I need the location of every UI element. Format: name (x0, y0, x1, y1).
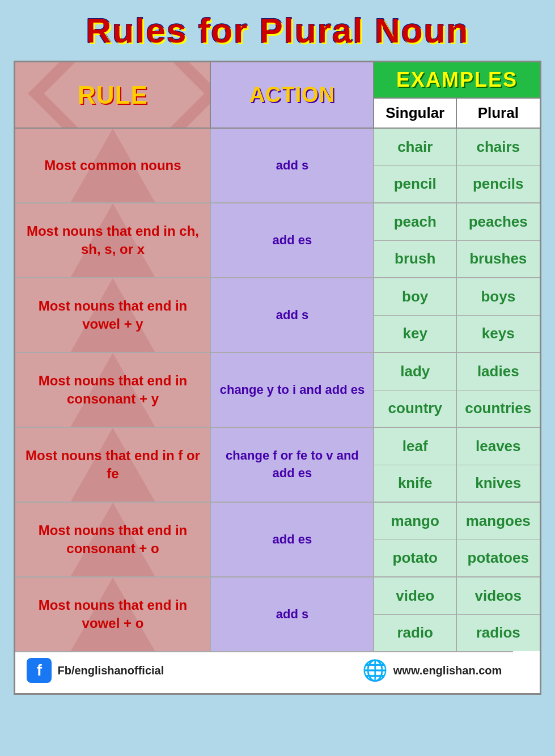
plural-cell: chairspencils (457, 129, 540, 202)
singular-cell: leafknife (374, 428, 457, 502)
table-row: Most nouns that end in f or fechange f o… (15, 428, 539, 503)
globe-icon: 🌐 (363, 658, 388, 683)
header-examples-label: EXAMPLES (396, 68, 518, 92)
plural-example: potatoes (457, 540, 540, 577)
header-examples-cell: EXAMPLES (374, 62, 539, 99)
plural-example: chairs (457, 129, 540, 166)
action-cell: add s (211, 577, 374, 651)
singular-cell: peachbrush (374, 203, 457, 277)
plural-example: knives (457, 465, 540, 502)
action-cell: add es (211, 503, 374, 576)
singular-example: key (374, 316, 456, 352)
plural-cell: boyskeys (457, 278, 540, 352)
plural-example: peaches (457, 203, 540, 241)
rule-cell: Most nouns that end in f or fe (15, 428, 211, 502)
rule-cell: Most nouns that end in consonant + y (15, 353, 211, 427)
facebook-icon: f (27, 658, 52, 683)
table-row: Most nouns that end in ch, sh, s, or xad… (15, 203, 539, 278)
rule-text: Most nouns that end in ch, sh, s, or x (20, 222, 205, 259)
rule-text: Most nouns that end in consonant + o (20, 521, 205, 558)
singular-example: country (374, 390, 456, 427)
plural-cell: videosradios (457, 577, 540, 651)
action-text: change y to i and add es (220, 381, 365, 399)
plural-example: countries (457, 390, 540, 427)
singular-cell: ladycountry (374, 353, 457, 427)
action-text: add s (276, 157, 308, 175)
rule-cell: Most nouns that end in vowel + o (15, 577, 211, 651)
plural-example: radios (457, 615, 540, 652)
singular-example: chair (374, 129, 456, 166)
singular-example: video (374, 577, 456, 615)
table-row: Most nouns that end in vowel + yadd sboy… (15, 278, 539, 353)
singular-cell: chairpencil (374, 129, 457, 202)
header-action-cell: ACTION (211, 62, 374, 128)
plural-cell: mangoespotatoes (457, 503, 540, 576)
table-row: Most common nounsadd schairpencilchairsp… (15, 129, 539, 203)
plural-cell: leavesknives (457, 428, 540, 502)
plural-example: mangoes (457, 503, 540, 540)
singular-example: knife (374, 465, 456, 502)
table-row: Most nouns that end in consonant + oadd … (15, 503, 539, 577)
plural-example: ladies (457, 353, 540, 390)
rule-cell: Most nouns that end in consonant + o (15, 503, 211, 576)
singular-example: boy (374, 278, 456, 316)
page-title: Rules for Plural Noun (86, 11, 469, 50)
singular-example: pencil (374, 166, 456, 203)
header-plural-cell: Plural (457, 99, 540, 128)
action-cell: change y to i and add es (211, 353, 374, 427)
footer-right: 🌐 www.englishan.com (363, 658, 502, 683)
singular-example: potato (374, 540, 456, 577)
plural-example: videos (457, 577, 540, 615)
plural-example: pencils (457, 166, 540, 203)
rule-text: Most common nouns (44, 156, 181, 175)
title-bar: Rules for Plural Noun (0, 0, 555, 56)
action-text: add es (273, 531, 312, 549)
rule-text: Most nouns that end in consonant + y (20, 372, 205, 409)
action-text: change f or fe to v and add es (215, 447, 368, 482)
rule-cell: Most nouns that end in vowel + y (15, 278, 211, 352)
action-text: add es (273, 232, 312, 249)
action-cell: change f or fe to v and add es (211, 428, 374, 502)
header-singular-cell: Singular (374, 99, 457, 128)
header-plural-label: Plural (478, 104, 519, 122)
rule-cell: Most nouns that end in ch, sh, s, or x (15, 203, 211, 277)
rule-text: Most nouns that end in f or fe (20, 447, 205, 483)
plural-cell: ladiescountries (457, 353, 540, 427)
singular-example: mango (374, 503, 456, 540)
rule-cell: Most common nouns (15, 129, 211, 202)
plural-example: leaves (457, 428, 540, 465)
singular-example: leaf (374, 428, 456, 465)
plural-example: brushes (457, 241, 540, 278)
singular-cell: boykey (374, 278, 457, 352)
action-cell: add es (211, 203, 374, 277)
header-rule-label: RULE (78, 81, 148, 109)
main-table: RULE ACTION EXAMPLES Singular Plural Mos… (14, 61, 541, 695)
action-text: add s (276, 307, 308, 324)
footer-fb-handle: Fb/englishanofficial (57, 664, 164, 677)
footer: f Fb/englishanofficial 🌐 www.englishan.c… (15, 651, 513, 689)
footer-left: f Fb/englishanofficial (27, 658, 164, 683)
singular-example: lady (374, 353, 456, 390)
table-row: Most nouns that end in vowel + oadd svid… (15, 577, 539, 651)
action-cell: add s (211, 129, 374, 202)
singular-cell: mangopotato (374, 503, 457, 576)
rule-text: Most nouns that end in vowel + o (20, 596, 205, 633)
singular-cell: videoradio (374, 577, 457, 651)
plural-cell: peachesbrushes (457, 203, 540, 277)
table-header: RULE ACTION EXAMPLES Singular Plural (15, 62, 539, 129)
action-cell: add s (211, 278, 374, 352)
header-rule-cell: RULE (15, 62, 211, 128)
table-row: Most nouns that end in consonant + ychan… (15, 353, 539, 428)
header-action-label: ACTION (249, 83, 336, 107)
action-text: add s (276, 606, 308, 623)
plural-example: boys (457, 278, 540, 316)
footer-website: www.englishan.com (393, 664, 502, 677)
singular-example: peach (374, 203, 456, 241)
singular-example: brush (374, 241, 456, 278)
rule-text: Most nouns that end in vowel + y (20, 297, 205, 334)
plural-example: keys (457, 316, 540, 352)
header-singular-label: Singular (385, 104, 444, 122)
table-body: Most common nounsadd schairpencilchairsp… (15, 129, 539, 651)
singular-example: radio (374, 615, 456, 652)
